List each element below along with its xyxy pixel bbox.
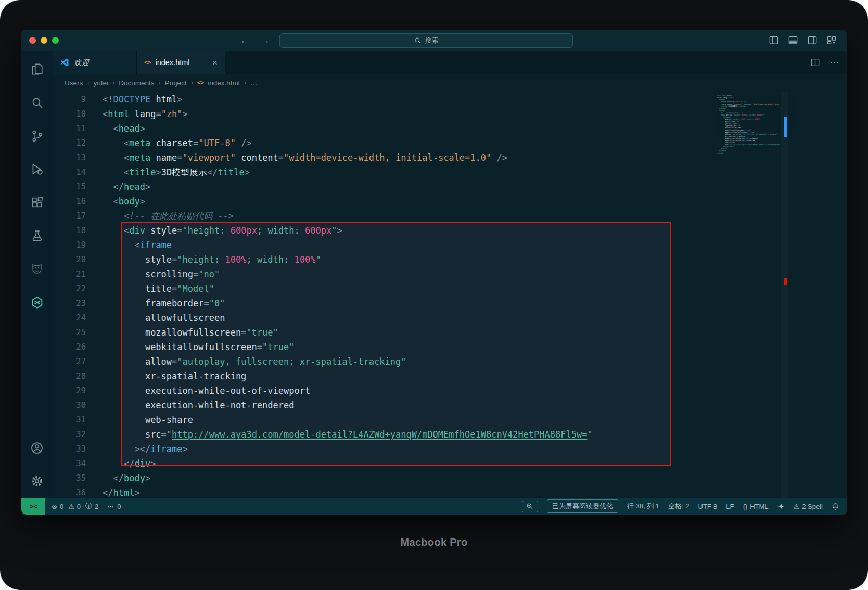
breadcrumb-item[interactable]: …: [250, 79, 258, 87]
line-number[interactable]: 26: [53, 340, 86, 354]
zoom-button[interactable]: [522, 501, 538, 512]
sidebar-item-account[interactable]: [21, 431, 53, 465]
line-number[interactable]: 36: [53, 485, 86, 498]
line-number[interactable]: 10: [53, 107, 86, 121]
sidebar-item-source-control[interactable]: [21, 119, 53, 152]
line-number[interactable]: 30: [53, 398, 86, 413]
sidebar-item-testing[interactable]: [21, 219, 53, 252]
code-line: <html lang="zh">: [103, 107, 593, 121]
code-line: ></iframe>: [103, 442, 593, 456]
toggle-sidebar-icon[interactable]: [769, 36, 778, 45]
sidebar-item-extension-mask[interactable]: [21, 252, 53, 286]
line-number[interactable]: 31: [53, 413, 86, 427]
breadcrumb-item[interactable]: Users: [65, 79, 83, 87]
extension-status-icon[interactable]: [777, 503, 785, 510]
breadcrumb-item[interactable]: yufei: [93, 79, 108, 87]
line-number[interactable]: 11: [53, 121, 86, 136]
problems-status[interactable]: ⊗0 ⚠0 ⓘ2: [52, 502, 98, 511]
sidebar-item-extension-teal[interactable]: [21, 286, 53, 319]
line-number[interactable]: 23: [53, 296, 86, 311]
line-number[interactable]: 27: [53, 354, 86, 369]
line-number[interactable]: 20: [53, 252, 86, 267]
status-bar: >< ⊗0 ⚠0 ⓘ2 0 已为屏幕阅读器优化 行 38, 列 1 空格: 2 …: [21, 498, 847, 515]
git-branch-icon: [31, 130, 44, 143]
breadcrumb-item[interactable]: Project: [165, 79, 187, 87]
spell-warning-icon: ⚠: [794, 503, 800, 510]
extensions-icon: [31, 196, 44, 209]
line-number[interactable]: 19: [53, 238, 86, 252]
sidebar-item-extensions[interactable]: [21, 186, 53, 219]
toggle-panel-icon[interactable]: [788, 36, 798, 45]
sidebar-item-run-debug[interactable]: [21, 152, 53, 186]
remote-indicator[interactable]: ><: [21, 498, 45, 515]
forward-arrow-icon[interactable]: →: [260, 34, 270, 47]
beaker-icon: [31, 229, 44, 242]
more-actions-icon[interactable]: ⋯: [830, 57, 839, 68]
line-number[interactable]: 32: [53, 427, 86, 442]
line-number[interactable]: 13: [53, 150, 86, 165]
breadcrumb-item-file[interactable]: index.html: [208, 79, 240, 87]
zoom-window-button[interactable]: [52, 37, 59, 44]
minimap[interactable]: <!DOCTYPE html><html lang="zh"> <head> <…: [717, 95, 780, 155]
encoding-status[interactable]: UTF-8: [698, 503, 718, 510]
line-number[interactable]: 9: [53, 92, 86, 107]
screen-reader-status[interactable]: 已为屏幕阅读器优化: [547, 499, 618, 513]
line-number[interactable]: 12: [53, 136, 86, 150]
eol-status[interactable]: LF: [726, 503, 734, 510]
editor-scrollbar[interactable]: [781, 92, 788, 498]
tab-label: index.html: [155, 58, 189, 67]
activity-bar: [21, 51, 53, 498]
line-number[interactable]: 35: [53, 471, 86, 485]
customize-layout-icon[interactable]: [827, 36, 836, 45]
spell-checker-status[interactable]: ⚠ 2 Spell: [794, 503, 823, 510]
line-number[interactable]: 33: [53, 442, 86, 456]
close-window-button[interactable]: [29, 37, 36, 44]
notifications-bell-icon[interactable]: [832, 503, 839, 510]
code-line: scrolling="no": [103, 267, 593, 281]
split-editor-icon[interactable]: [811, 58, 820, 67]
line-number[interactable]: 34: [53, 456, 86, 471]
code-line: web-share: [103, 413, 593, 427]
tab-index-html[interactable]: <> index.html ×: [137, 51, 225, 74]
breadcrumb-item[interactable]: Documents: [119, 79, 154, 87]
broadcast-icon: [107, 503, 114, 510]
line-number[interactable]: 24: [53, 311, 86, 325]
line-number[interactable]: 18: [53, 223, 86, 238]
line-number[interactable]: 15: [53, 179, 86, 194]
line-number[interactable]: 25: [53, 325, 86, 340]
line-number[interactable]: 22: [53, 281, 86, 296]
sidebar-item-settings[interactable]: [21, 465, 53, 498]
back-arrow-icon[interactable]: ←: [240, 34, 250, 47]
command-search-input[interactable]: 搜索: [279, 33, 573, 48]
code-line: mozallowfullscreen="true": [103, 325, 593, 340]
line-number[interactable]: 17: [53, 209, 86, 223]
minimize-window-button[interactable]: [41, 37, 47, 44]
tab-welcome[interactable]: 欢迎: [53, 51, 137, 74]
code-line: <meta name="viewport" content="width=dev…: [103, 150, 593, 165]
line-number[interactable]: 14: [53, 165, 86, 179]
overview-ruler-mark-red: [784, 278, 787, 285]
search-placeholder: 搜索: [425, 36, 439, 45]
line-number[interactable]: 29: [53, 383, 86, 398]
window-controls: [29, 37, 59, 44]
language-mode-status[interactable]: {} HTML: [743, 503, 769, 510]
line-number[interactable]: 21: [53, 267, 86, 281]
code-line: <!-- 在此处粘贴代码 -->: [103, 209, 593, 223]
close-tab-icon[interactable]: ×: [212, 58, 218, 67]
ports-status[interactable]: 0: [107, 503, 121, 510]
code-editor[interactable]: 9101112131415161718192021222324252627282…: [53, 92, 847, 498]
code-line: <!DOCTYPE html>: [103, 92, 593, 107]
code-line: </div>: [103, 456, 593, 471]
line-number[interactable]: 16: [53, 194, 86, 209]
title-bar: ← → 搜索: [21, 30, 847, 51]
search-icon: [31, 96, 44, 109]
sidebar-item-search[interactable]: [21, 86, 53, 119]
spell-label: 2 Spell: [802, 503, 823, 510]
toggle-secondary-sidebar-icon[interactable]: [808, 36, 817, 45]
warning-icon: ⚠: [68, 503, 74, 510]
line-number[interactable]: 28: [53, 369, 86, 383]
indentation-status[interactable]: 空格: 2: [668, 502, 689, 511]
cursor-position-status[interactable]: 行 38, 列 1: [627, 502, 659, 511]
code-line: frameborder="0": [103, 296, 593, 311]
sidebar-item-explorer[interactable]: [21, 53, 53, 86]
